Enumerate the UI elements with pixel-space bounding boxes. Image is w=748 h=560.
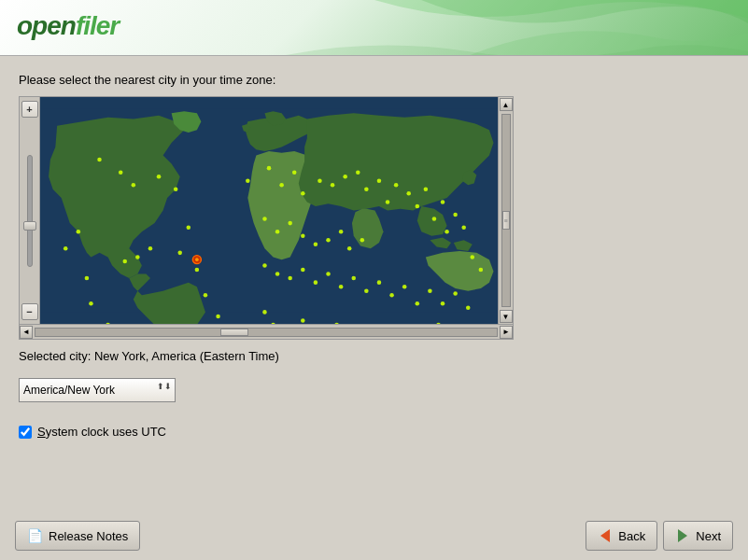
scrollbar-grip: ≡ [503, 217, 507, 223]
zoom-slider-thumb[interactable] [23, 221, 36, 231]
world-map[interactable] [39, 96, 499, 325]
svg-point-35 [424, 188, 429, 192]
header: openfiler [0, 0, 748, 56]
svg-point-2 [97, 158, 102, 162]
timezone-select-wrapper: America/New York America/Chicago America… [19, 371, 176, 402]
svg-point-67 [262, 310, 267, 315]
logo: openfiler [17, 11, 119, 41]
svg-point-82 [479, 268, 484, 273]
svg-point-57 [351, 276, 356, 281]
timezone-select[interactable]: America/New York America/Chicago America… [19, 378, 176, 402]
svg-point-41 [262, 217, 267, 221]
svg-point-28 [356, 170, 360, 175]
svg-point-53 [301, 268, 305, 273]
svg-point-56 [339, 285, 344, 289]
svg-point-51 [275, 272, 280, 276]
scrollbar-h-track [35, 328, 498, 337]
horizontal-scrollbar: ◄ ► [19, 325, 514, 340]
utc-label[interactable]: System clock uses UTC [37, 425, 166, 439]
svg-point-21 [267, 166, 272, 171]
map-wrapper: + − [19, 96, 514, 325]
utc-checkbox[interactable] [19, 426, 32, 439]
svg-point-3 [119, 170, 123, 175]
svg-point-87 [77, 230, 81, 234]
svg-point-20 [246, 178, 250, 183]
footer: 📄 Release Notes Back Next [0, 521, 748, 551]
svg-point-19 [148, 246, 153, 251]
vertical-scrollbar: ▲ ≡ ▼ [499, 96, 514, 325]
svg-point-15 [89, 301, 93, 306]
svg-point-36 [432, 217, 437, 221]
svg-point-86 [64, 246, 68, 251]
left-arrow [600, 529, 610, 542]
svg-point-26 [331, 183, 335, 188]
svg-point-47 [339, 230, 344, 234]
svg-point-33 [406, 191, 411, 196]
svg-point-25 [318, 178, 322, 183]
svg-point-30 [377, 178, 382, 183]
scrollbar-v-thumb[interactable]: ≡ [502, 211, 510, 230]
svg-point-11 [216, 315, 220, 319]
selected-city-label: Selected city: New York, America (Easter… [19, 349, 729, 363]
scroll-right-button[interactable]: ► [500, 326, 513, 339]
svg-point-8 [177, 251, 182, 256]
svg-point-45 [314, 243, 318, 247]
svg-point-18 [135, 255, 140, 259]
right-arrow [678, 529, 687, 542]
world-map-svg [40, 97, 498, 324]
svg-point-49 [360, 238, 365, 243]
svg-point-65 [453, 291, 458, 296]
svg-point-38 [445, 230, 449, 234]
release-notes-button[interactable]: 📄 Release Notes [15, 521, 140, 551]
map-controls: + − [19, 96, 39, 325]
svg-point-22 [279, 183, 284, 188]
svg-point-64 [441, 301, 445, 306]
svg-point-31 [386, 200, 390, 204]
svg-point-70 [301, 318, 305, 323]
scroll-up-button[interactable]: ▲ [500, 98, 513, 111]
back-arrow-icon [598, 528, 613, 543]
scroll-left-button[interactable]: ◄ [20, 326, 33, 339]
back-button[interactable]: Back [586, 521, 657, 551]
next-label: Next [696, 529, 721, 543]
scrollbar-h-thumb[interactable] [220, 329, 248, 336]
svg-point-43 [288, 221, 292, 226]
svg-point-50 [262, 263, 267, 268]
scrollbar-v-track: ≡ [501, 114, 511, 307]
next-button[interactable]: Next [663, 521, 733, 551]
zoom-slider-track [27, 155, 33, 267]
scroll-down-button[interactable]: ▼ [500, 310, 513, 323]
svg-point-27 [343, 175, 347, 179]
document-icon: 📄 [27, 528, 43, 543]
svg-point-66 [466, 306, 471, 311]
svg-point-39 [453, 213, 458, 217]
utc-section: System clock uses UTC [19, 425, 729, 439]
svg-point-55 [326, 272, 331, 276]
svg-point-52 [288, 276, 292, 281]
svg-point-9 [195, 268, 200, 273]
svg-point-46 [326, 238, 331, 243]
svg-point-37 [441, 200, 445, 204]
svg-point-23 [292, 170, 297, 175]
svg-point-16 [106, 323, 110, 324]
svg-point-59 [377, 280, 382, 285]
svg-point-60 [389, 293, 394, 298]
svg-point-10 [204, 293, 208, 298]
svg-point-32 [394, 183, 399, 188]
main-content: Please select the nearest city in your t… [0, 56, 748, 448]
svg-point-5 [157, 175, 162, 179]
svg-point-58 [364, 288, 369, 293]
zoom-in-button[interactable]: + [21, 101, 38, 118]
back-label: Back [618, 529, 645, 543]
svg-point-7 [187, 225, 191, 230]
svg-point-81 [471, 255, 475, 259]
svg-point-54 [314, 280, 318, 285]
release-notes-label: Release Notes [49, 529, 128, 543]
instruction-label: Please select the nearest city in your t… [19, 73, 729, 87]
svg-point-6 [174, 188, 178, 192]
svg-point-29 [364, 188, 369, 192]
svg-point-61 [402, 285, 407, 289]
svg-point-14 [85, 276, 90, 281]
zoom-out-button[interactable]: − [21, 303, 38, 320]
svg-point-62 [416, 301, 420, 306]
